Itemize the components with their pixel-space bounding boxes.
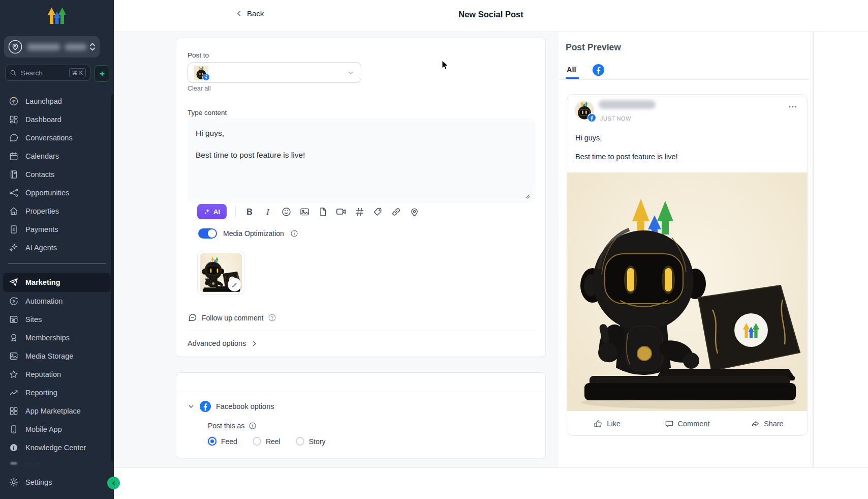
sidebar-item-label: Knowledge Center [25, 444, 86, 452]
chevron-updown-icon[interactable] [89, 42, 96, 52]
conversations-icon [9, 133, 19, 143]
sidebar-item-memberships[interactable]: Memberships [0, 329, 114, 347]
sidebar-scrollbar[interactable] [111, 95, 113, 461]
sidebar-divider [8, 263, 106, 264]
sidebar-item-conversations[interactable]: Conversations [0, 129, 114, 147]
sidebar-item-calendars[interactable]: Calendars [0, 147, 114, 165]
sidebar-item-label: Opportunities [25, 189, 69, 197]
sidebar-item-sites[interactable]: Sites [0, 310, 114, 329]
content-textarea[interactable]: Hi guys, Best time to post feature is li… [188, 119, 535, 203]
sidebar-item-mobile-app[interactable]: Mobile App [0, 420, 114, 438]
location-icon [409, 207, 420, 217]
info-icon[interactable] [249, 422, 257, 430]
post-author-blurred [599, 100, 656, 109]
sidebar-item-label: Media Storage [25, 352, 73, 360]
sidebar-item-label: Contacts [25, 170, 54, 179]
facebook-icon [200, 401, 211, 412]
comment-icon [665, 419, 674, 428]
sidebar-item-marketing[interactable]: Marketing [3, 273, 111, 292]
sidebar-item-knowledge-center[interactable]: Knowledge Center [0, 438, 114, 457]
facebook-post-preview-card: JUST NOW Hi guys, Best time to post feat… [567, 94, 808, 436]
link-button[interactable] [387, 204, 405, 219]
sidebar-item-properties[interactable]: Properties [0, 202, 114, 220]
tab-all[interactable]: All [567, 66, 576, 74]
ai-spark-button[interactable] [95, 65, 109, 82]
content-line-2: Best time to post feature is live! [196, 151, 527, 160]
account-name-blurred [27, 44, 60, 50]
sidebar-item-label: Mobile App [25, 425, 62, 433]
search-input[interactable]: Search ⌘ K [5, 65, 90, 81]
radio-feed[interactable]: Feed [208, 437, 237, 446]
search-placeholder: Search [21, 69, 43, 77]
italic-button[interactable]: I [259, 204, 277, 219]
scrollbar[interactable] [813, 32, 814, 467]
mobile-app-icon [9, 424, 19, 434]
composer-card: Post to Clear all Type content Hi guys, … [176, 38, 546, 357]
sidebar-item-label: App Marketplace [25, 407, 81, 415]
post-image [567, 172, 807, 410]
info-icon[interactable] [290, 229, 298, 238]
resize-handle-icon[interactable] [524, 193, 531, 199]
sidebar-item-opportunities[interactable]: Opportunities [0, 184, 114, 202]
sidebar-item-dashboard[interactable]: Dashboard [0, 110, 114, 129]
bold-button[interactable]: B [240, 204, 259, 219]
radio-reel[interactable]: Reel [253, 437, 281, 446]
media-storage-icon [9, 351, 19, 361]
chevron-right-icon [251, 340, 258, 347]
sidebar-item-partial[interactable]: ·· ·· [0, 457, 114, 470]
radio-icon[interactable] [296, 437, 304, 446]
sidebar-item-reputation[interactable]: Reputation [0, 365, 114, 384]
post-to-select[interactable] [188, 62, 361, 83]
sidebar-item-automation[interactable]: Automation [0, 292, 114, 310]
ai-agents-icon [9, 243, 19, 253]
sidebar-item-settings[interactable]: Settings [0, 473, 114, 491]
dashboard-icon [9, 114, 19, 125]
ellipsis-icon [788, 102, 798, 112]
media-thumbnail[interactable] [197, 251, 244, 295]
tag-button[interactable] [368, 204, 387, 219]
like-button[interactable]: Like [567, 419, 647, 428]
comment-button[interactable]: Comment [647, 419, 727, 428]
video-button[interactable] [332, 204, 350, 219]
follow-up-comment-button[interactable]: Follow up comment [188, 313, 276, 322]
image-icon [299, 207, 310, 217]
sidebar-item-reporting[interactable]: Reporting [0, 384, 114, 402]
thumbs-up-icon [594, 419, 603, 428]
sidebar-item-ai-agents[interactable]: AI Agents [0, 239, 114, 257]
comment-bubble-icon [188, 313, 197, 322]
media-optimization-toggle[interactable] [198, 228, 217, 239]
emoji-icon [281, 207, 292, 217]
facebook-options-header[interactable]: Facebook options [188, 401, 274, 412]
post-menu-button[interactable] [788, 102, 798, 112]
reputation-icon [9, 369, 19, 379]
sidebar-item-payments[interactable]: $ Payments [0, 220, 114, 239]
image-button[interactable] [295, 204, 314, 219]
post-avatar [575, 101, 594, 120]
radio-story[interactable]: Story [296, 437, 326, 446]
share-button[interactable]: Share [727, 419, 807, 428]
location-button[interactable] [405, 204, 423, 219]
sidebar-item-label: Automation [25, 297, 63, 305]
emoji-button[interactable] [277, 204, 295, 219]
sidebar-collapse-button[interactable] [107, 477, 120, 489]
sidebar-item-label: ·· ·· [25, 461, 41, 466]
clear-all-link[interactable]: Clear all [188, 85, 211, 92]
topbar: New Social Post Back [114, 0, 868, 32]
sidebar-item-contacts[interactable]: Contacts [0, 165, 114, 184]
edit-media-button[interactable] [228, 278, 241, 291]
back-button[interactable]: Back [236, 9, 264, 18]
advanced-options-button[interactable]: Advanced options [188, 339, 258, 347]
help-icon[interactable] [268, 313, 276, 322]
radio-selected-icon[interactable] [208, 437, 216, 446]
sidebar-item-app-marketplace[interactable]: App Marketplace [0, 402, 114, 420]
sidebar-item-media-storage[interactable]: Media Storage [0, 347, 114, 365]
sidebar-item-label: Dashboard [25, 115, 61, 124]
sidebar-item-label: Payments [25, 225, 58, 233]
hashtag-button[interactable] [350, 204, 368, 219]
sidebar-item-launchpad[interactable]: Launchpad [0, 92, 114, 110]
file-button[interactable] [314, 204, 332, 219]
tab-facebook[interactable] [593, 64, 604, 76]
ai-assistant-button[interactable]: AI [197, 204, 227, 219]
account-switcher[interactable] [4, 36, 100, 57]
radio-icon[interactable] [253, 437, 261, 446]
